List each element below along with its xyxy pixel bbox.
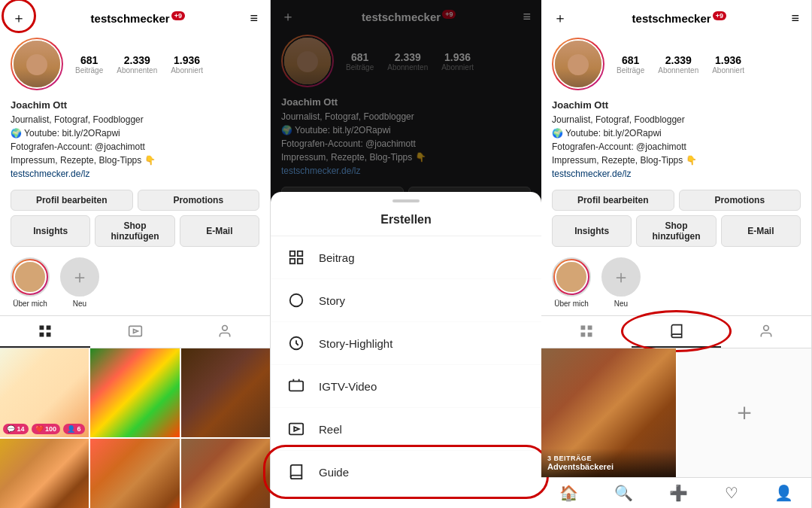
right-tab-grid[interactable] xyxy=(541,316,632,348)
guide-icon xyxy=(286,461,307,482)
right-tabs xyxy=(541,315,811,348)
add-post-button[interactable]: ＋ xyxy=(11,8,27,29)
left-stat-followers: 2.339 Abonnenten xyxy=(117,54,157,75)
story-highlight-label: Story-Highlight xyxy=(319,337,392,350)
right-heart-icon[interactable]: ♡ xyxy=(725,484,738,502)
right-bio-link[interactable]: testschmecker.de/lz xyxy=(552,169,631,179)
right-story-ubermich-label: Über mich xyxy=(554,300,589,308)
create-menu-title: Erstellen xyxy=(271,210,541,236)
middle-panel: ＋ testschmecker+9 ≡ 681 Beiträge 2.339 A… xyxy=(271,0,541,508)
right-edit-profile-button[interactable]: Profil bearbeiten xyxy=(552,190,674,211)
create-igtv-item[interactable]: IGTV-Video xyxy=(271,365,541,408)
right-email-button[interactable]: E-Mail xyxy=(721,215,801,247)
grid-item-6[interactable] xyxy=(181,439,270,508)
left-following-label: Abonniert xyxy=(171,66,203,75)
right-promotions-button[interactable]: Promotions xyxy=(679,190,801,211)
beitrag-icon xyxy=(286,247,307,268)
left-promotions-button[interactable]: Promotions xyxy=(138,190,260,211)
right-guide-item-cookies[interactable]: 3 BEITRÄGE Adventsbäckerei xyxy=(541,348,676,478)
left-story-new[interactable]: ＋ Neu xyxy=(60,257,99,308)
left-bio: Joachim Ott Journalist, Fotograf, Foodbl… xyxy=(0,96,270,187)
create-menu-handle xyxy=(392,199,420,202)
right-stats: 681 Beiträge 2.339 Abonnenten 1.936 Abon… xyxy=(617,54,801,75)
left-story-ubermich-label: Über mich xyxy=(13,300,47,308)
left-edit-profile-button[interactable]: Profil bearbeiten xyxy=(11,190,133,211)
story-label: Story xyxy=(319,294,345,307)
left-profile-info: 681 Beiträge 2.339 Abonnenten 1.936 Abon… xyxy=(0,33,270,96)
beitrag-label: Beitrag xyxy=(319,251,355,264)
right-story-new[interactable]: ＋ Neu xyxy=(601,257,641,308)
right-shop-button[interactable]: Shop hinzufügen xyxy=(636,215,716,247)
left-tab-reels[interactable] xyxy=(90,316,180,348)
left-stats: 681 Beiträge 2.339 Abonnenten 1.936 Abon… xyxy=(75,54,259,75)
svg-point-1 xyxy=(223,325,228,330)
right-panel: ＋ testschmecker+9 ≡ 681 Beiträge 2.339 A… xyxy=(541,0,812,508)
right-profile-icon[interactable]: 👤 xyxy=(774,484,793,502)
create-reel-item[interactable]: Reel xyxy=(271,408,541,451)
svg-rect-0 xyxy=(129,326,141,336)
left-stat-following: 1.936 Abonniert xyxy=(171,54,203,75)
svg-rect-2 xyxy=(290,251,295,256)
left-shop-button[interactable]: Shop hinzufügen xyxy=(95,215,174,247)
left-insights-button[interactable]: Insights xyxy=(11,215,90,247)
left-top-bar: ＋ testschmecker+9 ≡ xyxy=(0,0,270,33)
left-bio-link[interactable]: testschmecker.de/lz xyxy=(11,169,89,179)
left-badge-messages: 💬 14 xyxy=(3,424,29,434)
grid-item-3[interactable] xyxy=(181,348,270,437)
left-tab-tagged[interactable] xyxy=(180,316,270,348)
left-posts-num: 681 xyxy=(80,54,98,66)
right-add-icon[interactable]: ➕ xyxy=(669,484,688,502)
right-story-plus: ＋ xyxy=(601,257,641,297)
left-posts-label: Beiträge xyxy=(75,66,103,75)
right-badge: +9 xyxy=(713,11,726,20)
left-avatar xyxy=(11,38,63,90)
left-email-button[interactable]: E-Mail xyxy=(180,215,259,247)
right-story-ubermich[interactable]: Über mich xyxy=(552,257,591,308)
right-profile-info: 681 Beiträge 2.339 Abonnenten 1.936 Abon… xyxy=(541,33,811,96)
left-bio-line1: Journalist, Fotograf, Foodblogger xyxy=(11,113,259,126)
right-guide-overlay: 3 BEITRÄGE Adventsbäckerei xyxy=(541,449,676,477)
grid-item-5[interactable] xyxy=(90,439,179,508)
right-stories-row: Über mich ＋ Neu xyxy=(541,250,811,315)
left-story-new-label: Neu xyxy=(73,300,86,308)
left-panel: ＋ testschmecker+9 ≡ 681 Beiträge 2.339 A… xyxy=(0,0,271,508)
right-guide-count: 3 BEITRÄGE xyxy=(547,455,670,462)
grid-item-1[interactable]: 💬 14 ❤️ 100 👤 6 xyxy=(0,348,89,437)
svg-rect-4 xyxy=(290,259,295,263)
left-story-avatar xyxy=(11,257,50,297)
left-stat-posts: 681 Beiträge xyxy=(75,54,103,75)
left-followers-num: 2.339 xyxy=(124,54,150,66)
right-guide-content: 3 BEITRÄGE Adventsbäckerei ＋ xyxy=(541,348,811,478)
right-guide-add[interactable]: ＋ xyxy=(677,348,812,478)
right-tab-tagged[interactable] xyxy=(721,316,811,348)
right-story-new-label: Neu xyxy=(614,300,628,308)
left-menu-button[interactable]: ≡ xyxy=(248,9,259,28)
right-bio: Joachim Ott Journalist, Fotograf, Foodbl… xyxy=(541,96,811,187)
create-story-highlight-item[interactable]: Story-Highlight xyxy=(271,322,541,365)
guide-add-icon: ＋ xyxy=(732,396,756,429)
create-guide-item[interactable]: Guide xyxy=(271,451,541,493)
svg-rect-5 xyxy=(298,259,302,263)
left-grid-badge: 💬 14 ❤️ 100 👤 6 xyxy=(3,424,85,434)
left-following-num: 1.936 xyxy=(174,54,200,66)
left-badge-likes: ❤️ 100 xyxy=(32,424,61,434)
grid-item-2[interactable] xyxy=(90,348,179,437)
right-add-button[interactable]: ＋ xyxy=(552,8,568,29)
left-badge-followers: 👤 6 xyxy=(63,424,85,434)
left-tab-grid[interactable] xyxy=(0,316,90,348)
igtv-label: IGTV-Video xyxy=(319,380,377,393)
create-beitrag-item[interactable]: Beitrag xyxy=(271,236,541,279)
right-username: testschmecker+9 xyxy=(632,12,726,25)
create-menu: Erstellen Beitrag Story Story-Highlight xyxy=(271,192,541,508)
left-btn-row1: Profil bearbeiten Promotions xyxy=(11,190,259,211)
grid-item-4[interactable] xyxy=(0,439,89,508)
right-menu-button[interactable]: ≡ xyxy=(789,9,801,28)
left-story-ubermich[interactable]: Über mich xyxy=(11,257,50,308)
right-insights-button[interactable]: Insights xyxy=(552,215,632,247)
right-home-icon[interactable]: 🏠 xyxy=(559,484,578,502)
right-search-icon[interactable]: 🔍 xyxy=(614,484,633,502)
right-tab-guide[interactable] xyxy=(632,316,722,348)
left-bio-line3: Fotografen-Account: @joachimott xyxy=(11,140,259,154)
svg-rect-3 xyxy=(298,251,302,256)
create-story-item[interactable]: Story xyxy=(271,279,541,322)
